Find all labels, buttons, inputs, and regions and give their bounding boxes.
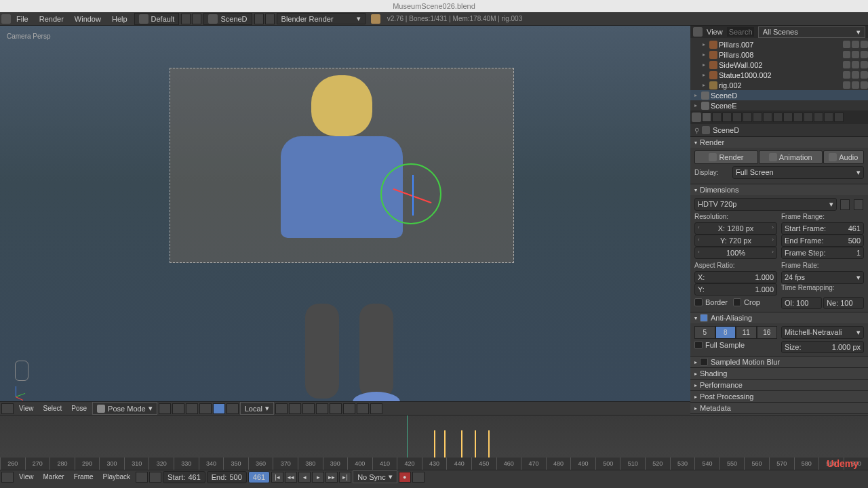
aa-filter[interactable]: Mitchell-Netravali▾ xyxy=(781,326,864,339)
menu-file[interactable]: File xyxy=(11,15,34,23)
vh-view[interactable]: View xyxy=(15,405,38,412)
sel-icon[interactable] xyxy=(852,71,859,79)
outliner-item[interactable]: ▸Statue1000.002 xyxy=(690,70,868,80)
proportional-icon[interactable] xyxy=(330,403,342,414)
render-icon[interactable] xyxy=(861,41,868,48)
layers-1[interactable] xyxy=(275,403,288,414)
tab-scene[interactable] xyxy=(722,113,732,122)
tab-modifiers[interactable] xyxy=(763,113,772,122)
start-frame[interactable]: Start Frame:461 xyxy=(781,222,864,235)
keyframe[interactable] xyxy=(488,430,490,458)
render-icon[interactable] xyxy=(861,51,868,58)
start-input[interactable]: Start:461 xyxy=(163,471,205,483)
res-y[interactable]: ‹Y: 720 px› xyxy=(694,235,777,247)
layers-3[interactable] xyxy=(302,403,315,414)
menu-help[interactable]: Help xyxy=(106,15,133,23)
remap-new[interactable]: Ne: 100 xyxy=(823,297,864,309)
panel-header[interactable]: ▾Dimensions xyxy=(690,184,868,195)
aa-enable[interactable] xyxy=(700,314,708,322)
layers-2[interactable] xyxy=(289,403,301,414)
layout-del[interactable] xyxy=(192,14,201,24)
outliner-view-menu[interactable]: View xyxy=(707,28,723,36)
current-frame[interactable]: 461 xyxy=(248,471,270,483)
tab-world[interactable] xyxy=(732,113,742,122)
rotation-gizmo[interactable] xyxy=(380,163,441,224)
layers-4[interactable] xyxy=(316,403,328,414)
preset-dropdown[interactable]: HDTV 720p▾ xyxy=(694,198,837,211)
tab-physics[interactable] xyxy=(834,113,844,122)
aa-11[interactable]: 11 xyxy=(736,326,757,339)
timeline-type-icon[interactable] xyxy=(1,472,14,483)
keying-set[interactable] xyxy=(412,472,425,483)
sel-icon[interactable] xyxy=(852,51,859,58)
vis-icon[interactable] xyxy=(843,61,850,68)
aa-size[interactable]: Size:1.000 px xyxy=(781,341,864,353)
render-icon[interactable] xyxy=(861,61,868,68)
outliner-item[interactable]: ▸Pillars.007 xyxy=(690,39,868,49)
manipulator-rotate[interactable] xyxy=(226,403,239,414)
engine-dropdown[interactable]: Blender Render▾ xyxy=(277,13,366,24)
sel-icon[interactable] xyxy=(852,41,859,48)
aa-8[interactable]: 8 xyxy=(715,326,736,339)
render-preview-icon[interactable] xyxy=(357,403,369,414)
render-icon[interactable] xyxy=(861,71,868,79)
tab-data[interactable] xyxy=(773,113,783,122)
panel-header[interactable]: ▾Render xyxy=(690,137,868,148)
outliner-search[interactable] xyxy=(727,27,754,37)
editor-type-icon[interactable] xyxy=(1,403,14,414)
panel-header[interactable]: ▾Output xyxy=(690,414,868,415)
mode-dropdown[interactable]: Pose Mode▾ xyxy=(92,402,157,415)
layout-add[interactable] xyxy=(181,14,191,24)
layout-dropdown[interactable]: Default xyxy=(134,13,180,25)
tab-particles[interactable] xyxy=(824,113,833,122)
outliner-filter[interactable]: All Scenes▾ xyxy=(758,26,865,38)
scene-add[interactable] xyxy=(254,14,264,24)
outliner-item[interactable]: ▸rig.002 xyxy=(690,80,868,90)
jump-end[interactable]: ▸| xyxy=(339,472,351,483)
vis-icon[interactable] xyxy=(843,71,850,79)
render-button[interactable]: Render xyxy=(694,150,758,164)
jump-start[interactable]: |◂ xyxy=(271,472,283,483)
crop-checkbox[interactable] xyxy=(733,298,741,306)
timeline-area[interactable]: 2602702802903003103203303403503603703803… xyxy=(0,415,868,470)
panel-header[interactable]: ▸Sampled Motion Blur xyxy=(690,357,868,367)
outliner-tree[interactable]: ▸Pillars.007 ▸Pillars.008 ▸SideWall.002 … xyxy=(690,38,868,110)
end-input[interactable]: End:500 xyxy=(207,471,247,483)
outliner-item[interactable]: ▸SceneD xyxy=(690,90,868,100)
aa-16[interactable]: 16 xyxy=(757,326,778,339)
panel-header[interactable]: ▸Performance xyxy=(690,380,868,390)
fullsample-checkbox[interactable] xyxy=(694,341,703,349)
tl-frame[interactable]: Frame xyxy=(70,473,98,481)
manipulator-translate[interactable] xyxy=(213,403,225,414)
pin-icon[interactable]: ⚲ xyxy=(694,127,699,134)
vh-pose[interactable]: Pose xyxy=(67,405,91,412)
tab-bone[interactable] xyxy=(783,113,793,122)
autokey-toggle[interactable] xyxy=(149,472,161,483)
shading-solid[interactable] xyxy=(159,403,171,414)
tab-constraints[interactable] xyxy=(753,113,762,122)
scene-dropdown[interactable]: SceneD xyxy=(203,13,252,25)
tl-marker[interactable]: Marker xyxy=(39,473,68,481)
keyframe[interactable] xyxy=(461,430,462,458)
menu-render[interactable]: Render xyxy=(34,15,69,23)
sync-dropdown[interactable]: No Sync▾ xyxy=(353,470,397,483)
next-key[interactable]: ▸▸ xyxy=(326,472,338,483)
animation-button[interactable]: Animation xyxy=(759,150,823,164)
panel-header[interactable]: ▸Metadata xyxy=(690,403,868,413)
border-checkbox[interactable] xyxy=(694,298,703,306)
tab-render[interactable] xyxy=(702,113,711,122)
display-dropdown[interactable]: Full Screen▾ xyxy=(732,166,864,179)
render-icon[interactable] xyxy=(861,81,868,89)
pivot-icon[interactable] xyxy=(172,403,184,414)
snap-type-icon[interactable] xyxy=(343,403,355,414)
play[interactable]: ▸ xyxy=(312,472,324,483)
props-type-icon[interactable] xyxy=(692,113,701,122)
aspect-y[interactable]: Y:1.000 xyxy=(694,283,777,296)
play-reverse[interactable]: ◂ xyxy=(298,472,311,483)
audio-button[interactable]: Audio xyxy=(823,150,864,164)
vis-icon[interactable] xyxy=(843,81,850,89)
outliner-type-icon[interactable] xyxy=(693,27,703,37)
vis-icon[interactable] xyxy=(843,51,850,58)
keyframe[interactable] xyxy=(434,430,435,458)
keyframe[interactable] xyxy=(444,430,446,458)
